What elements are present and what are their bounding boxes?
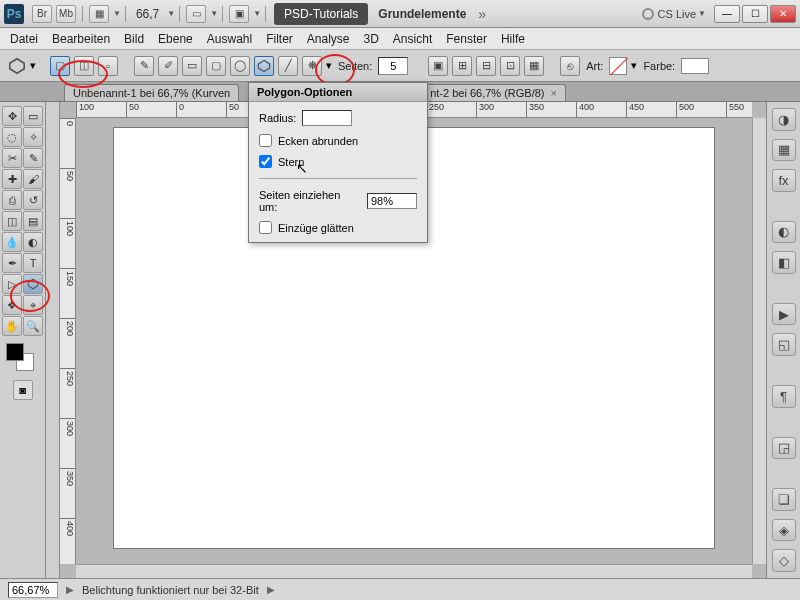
menu-filter[interactable]: Filter	[266, 32, 293, 46]
chevron-down-icon[interactable]: ▼	[210, 9, 218, 18]
zoom-tool[interactable]: 🔍	[23, 316, 43, 336]
quickmask-button[interactable]: ◙	[13, 380, 33, 400]
swatches-panel-icon[interactable]: ▦	[772, 139, 796, 162]
marquee-tool[interactable]: ▭	[23, 106, 43, 126]
color-picker[interactable]	[2, 343, 43, 373]
channels-panel-icon[interactable]: ◈	[772, 519, 796, 542]
adjustments-panel-icon[interactable]: ◐	[772, 221, 796, 244]
shape-layers-button[interactable]: ▢	[50, 56, 70, 76]
ellipse-shape-button[interactable]: ◯	[230, 56, 250, 76]
status-arrow-icon[interactable]: ▶	[267, 584, 275, 595]
link-icon[interactable]: ⎋	[560, 56, 580, 76]
chevron-down-icon[interactable]: ▼	[113, 9, 121, 18]
camera-tool[interactable]: ⌖	[23, 295, 43, 315]
left-dock[interactable]	[46, 102, 60, 578]
workspace-tab-active[interactable]: PSD-Tutorials	[274, 3, 368, 25]
color-panel-icon[interactable]: ◑	[772, 108, 796, 131]
menu-fenster[interactable]: Fenster	[446, 32, 487, 46]
pen-icon[interactable]: ✎	[134, 56, 154, 76]
menu-bearbeiten[interactable]: Bearbeiten	[52, 32, 110, 46]
freeform-pen-icon[interactable]: ✐	[158, 56, 178, 76]
menu-analyse[interactable]: Analyse	[307, 32, 350, 46]
actions-panel-icon[interactable]: ▶	[772, 303, 796, 326]
masks-panel-icon[interactable]: ◧	[772, 251, 796, 274]
status-arrow-icon[interactable]: ▶	[66, 584, 74, 595]
eyedropper-tool[interactable]: ✎	[23, 148, 43, 168]
arrange-button[interactable]: ▭	[186, 5, 206, 23]
brush-tool[interactable]: 🖌	[23, 169, 43, 189]
color-swatch[interactable]	[681, 58, 709, 74]
indent-input[interactable]	[367, 193, 417, 209]
paths-panel-icon[interactable]: ◇	[772, 549, 796, 572]
document-tab[interactable]: nt-2 bei 66,7% (RGB/8) ×	[421, 84, 566, 101]
hand-tool[interactable]: ✋	[2, 316, 22, 336]
3d-tool[interactable]: ❖	[2, 295, 22, 315]
menu-hilfe[interactable]: Hilfe	[501, 32, 525, 46]
document-tab[interactable]: Unbenannt-1 bei 66,7% (Kurven	[64, 84, 239, 101]
scrollbar-vertical[interactable]	[752, 118, 766, 564]
layers-panel-icon[interactable]: ❏	[772, 488, 796, 511]
more-icon[interactable]: »	[478, 6, 486, 22]
combine-intersect-button[interactable]: ⊡	[500, 56, 520, 76]
gradient-tool[interactable]: ▤	[23, 211, 43, 231]
maximize-button[interactable]: ☐	[742, 5, 768, 23]
style-none-icon[interactable]	[609, 57, 627, 75]
screen-mode-button[interactable]: ▣	[229, 5, 249, 23]
fg-color-swatch[interactable]	[6, 343, 24, 361]
chevron-down-icon[interactable]: ▾	[631, 59, 637, 72]
menu-datei[interactable]: Datei	[10, 32, 38, 46]
combine-new-button[interactable]: ▣	[428, 56, 448, 76]
menu-3d[interactable]: 3D	[364, 32, 379, 46]
zoom-value[interactable]: 66,7	[136, 7, 159, 21]
dodge-tool[interactable]: ◐	[23, 232, 43, 252]
custom-shape-button[interactable]: ❋	[302, 56, 322, 76]
view-grid-icon[interactable]: ▦	[89, 5, 109, 23]
workspace-tab[interactable]: Grundelemente	[378, 7, 466, 21]
stamp-tool[interactable]: ⎙	[2, 190, 22, 210]
chevron-down-icon[interactable]: ▼	[253, 9, 261, 18]
shape-tool[interactable]	[23, 274, 43, 294]
combine-add-button[interactable]: ⊞	[452, 56, 472, 76]
shape-options-dropdown[interactable]: ▾	[326, 59, 332, 72]
move-tool[interactable]: ✥	[2, 106, 22, 126]
fill-pixels-button[interactable]: ▫	[98, 56, 118, 76]
line-shape-button[interactable]: ╱	[278, 56, 298, 76]
blur-tool[interactable]: 💧	[2, 232, 22, 252]
smooth-indents-checkbox[interactable]	[259, 221, 272, 234]
status-zoom-input[interactable]	[8, 582, 58, 598]
menu-ebene[interactable]: Ebene	[158, 32, 193, 46]
crop-tool[interactable]: ✂	[2, 148, 22, 168]
path-select-tool[interactable]: ▷	[2, 274, 22, 294]
radius-input[interactable]	[302, 110, 352, 126]
minimize-button[interactable]: —	[714, 5, 740, 23]
styles-panel-icon[interactable]: fx	[772, 169, 796, 192]
close-button[interactable]: ✕	[770, 5, 796, 23]
paths-button[interactable]: ◫	[74, 56, 94, 76]
pen-tool[interactable]: ✒	[2, 253, 22, 273]
menu-ansicht[interactable]: Ansicht	[393, 32, 432, 46]
history-panel-icon[interactable]: ◱	[772, 333, 796, 356]
chevron-down-icon[interactable]: ▼	[167, 9, 175, 18]
combine-exclude-button[interactable]: ▦	[524, 56, 544, 76]
minibridge-button[interactable]: Mb	[56, 5, 76, 23]
seiten-input[interactable]	[378, 57, 408, 75]
history-brush-tool[interactable]: ↺	[23, 190, 43, 210]
menu-bild[interactable]: Bild	[124, 32, 144, 46]
rounded-rect-button[interactable]: ▢	[206, 56, 226, 76]
bridge-button[interactable]: Br	[32, 5, 52, 23]
healing-tool[interactable]: ✚	[2, 169, 22, 189]
eraser-tool[interactable]: ◫	[2, 211, 22, 231]
lasso-tool[interactable]: ◌	[2, 127, 22, 147]
navigator-panel-icon[interactable]: ◲	[772, 437, 796, 460]
scrollbar-horizontal[interactable]	[76, 564, 752, 578]
type-tool[interactable]: T	[23, 253, 43, 273]
rect-shape-button[interactable]: ▭	[182, 56, 202, 76]
close-tab-icon[interactable]: ×	[551, 87, 557, 99]
wand-tool[interactable]: ✧	[23, 127, 43, 147]
menu-auswahl[interactable]: Auswahl	[207, 32, 252, 46]
star-checkbox[interactable]	[259, 155, 272, 168]
round-corners-checkbox[interactable]	[259, 134, 272, 147]
cslive-button[interactable]: CS Live ▼	[642, 8, 706, 20]
chevron-down-icon[interactable]: ▾	[30, 59, 36, 72]
polygon-shape-button[interactable]	[254, 56, 274, 76]
